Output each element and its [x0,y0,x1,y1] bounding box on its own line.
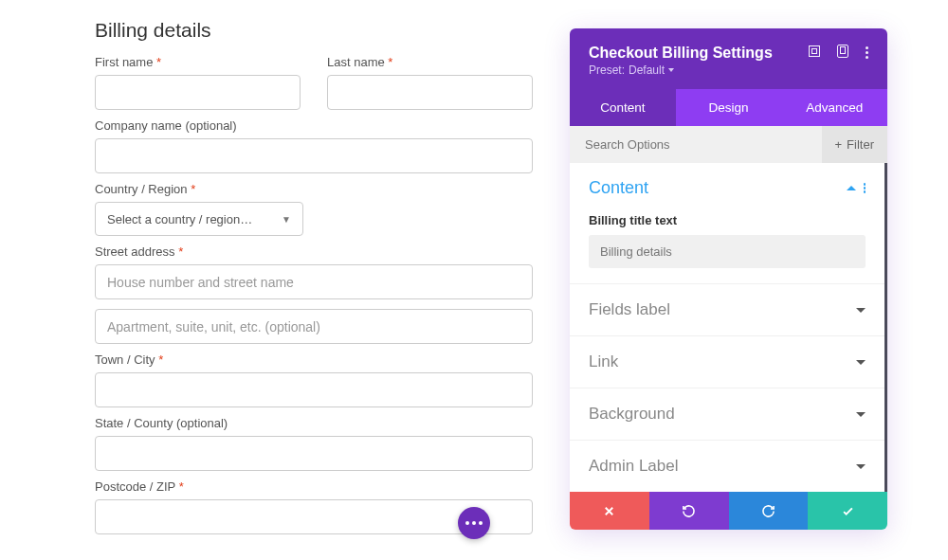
chevron-down-icon: ▼ [282,214,291,225]
street-label: Street address * [95,244,533,259]
search-row: + Filter [570,126,887,163]
state-label: State / County (optional) [95,416,533,430]
billing-title-label: Billing title text [589,213,866,227]
section-content-header[interactable]: Content [570,163,884,213]
country-label: Country / Region * [95,182,533,196]
billing-title-input[interactable] [589,235,866,268]
postcode-label: Postcode / ZIP * [95,479,533,494]
accordion-admin-label[interactable]: Admin Label [570,440,884,492]
required-asterisk: * [179,479,184,494]
state-input[interactable] [95,436,533,471]
last-name-input[interactable] [327,75,533,110]
redo-button[interactable] [729,492,809,530]
accordion-link[interactable]: Link [570,335,884,388]
required-asterisk: * [158,352,163,367]
responsive-icon[interactable] [837,45,848,61]
required-asterisk: * [178,244,183,259]
panel-tabs: Content Design Advanced [570,89,887,126]
required-asterisk: * [156,55,161,69]
accordion-background[interactable]: Background [570,388,884,440]
filter-button[interactable]: + Filter [822,126,887,163]
panel-header: Checkout Billing Settings Preset: Defaul… [570,28,887,89]
plus-icon: + [835,137,843,152]
name-row: First name * Last name * [95,55,533,118]
accordion-fields-label[interactable]: Fields label [570,283,884,335]
tab-advanced[interactable]: Advanced [781,89,887,126]
undo-icon [682,504,696,518]
search-input[interactable] [570,126,822,163]
billing-title-subsection: Billing title text [570,213,884,283]
billing-title: Billing details [95,19,533,42]
redo-icon [761,504,775,518]
street-address-1-input[interactable] [95,264,533,299]
country-select[interactable]: Select a country / region… ▼ [95,202,303,236]
close-icon [602,504,616,518]
tab-content[interactable]: Content [570,89,676,126]
first-name-input[interactable] [95,75,301,110]
settings-panel: Checkout Billing Settings Preset: Defaul… [570,28,887,530]
chevron-down-icon [856,464,866,469]
tab-design[interactable]: Design [676,89,782,126]
save-button[interactable] [808,492,887,530]
floating-action-button[interactable] [458,507,490,539]
panel-title: Checkout Billing Settings [589,45,773,62]
expand-icon[interactable] [809,45,820,60]
town-input[interactable] [95,372,533,407]
required-asterisk: * [388,55,392,69]
street-address-2-input[interactable] [95,309,533,344]
chevron-up-icon [847,186,856,190]
required-asterisk: * [191,182,195,196]
more-icon [465,521,483,525]
company-label: Company name (optional) [95,118,533,133]
chevron-down-icon [856,308,866,313]
chevron-down-icon [856,412,866,417]
company-input[interactable] [95,138,533,173]
check-icon [841,504,855,518]
undo-button[interactable] [649,492,729,530]
billing-form: Billing details First name * Last name *… [95,19,533,543]
caret-down-icon [668,68,674,72]
town-label: Town / City * [95,352,533,367]
close-button[interactable] [570,492,649,530]
preset-selector[interactable]: Preset: Default [589,63,868,77]
country-select-value: Select a country / region… [107,212,252,226]
section-more-icon[interactable] [864,183,866,193]
first-name-label: First name * [95,55,301,69]
chevron-down-icon [856,360,866,365]
last-name-label: Last name * [327,55,533,69]
panel-actions [570,492,887,530]
more-options-icon[interactable] [866,46,868,59]
